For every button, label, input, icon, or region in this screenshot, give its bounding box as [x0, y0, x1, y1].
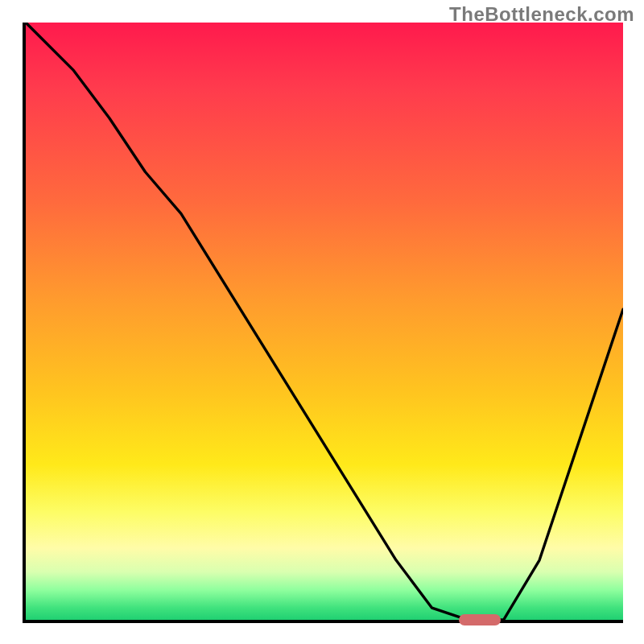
plot-area	[26, 23, 623, 620]
bottleneck-curve	[26, 23, 623, 620]
x-axis	[23, 620, 623, 623]
chart-stage: TheBottleneck.com	[0, 0, 644, 644]
optimal-marker	[459, 614, 501, 625]
